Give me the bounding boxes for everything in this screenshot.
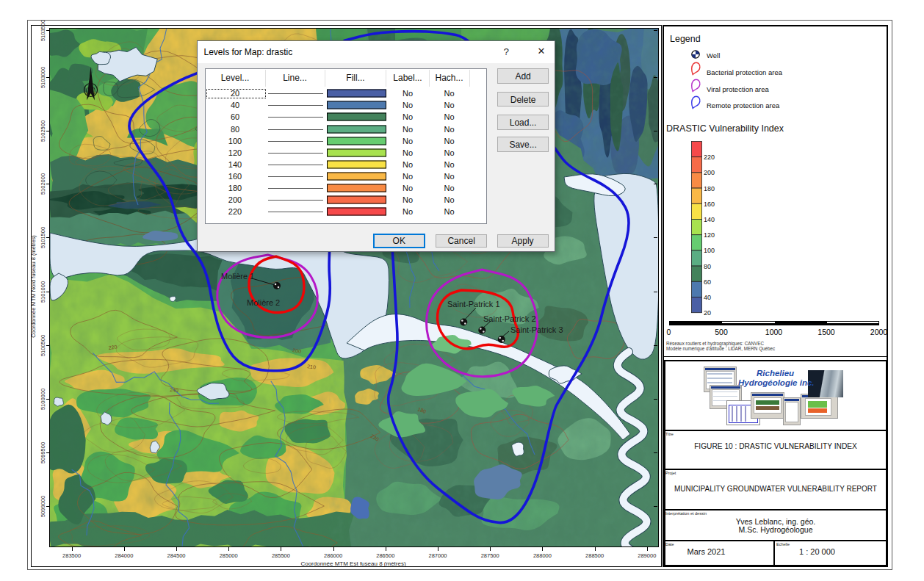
svg-text:Saint-Patrick 1: Saint-Patrick 1 bbox=[447, 300, 500, 308]
svg-text:Saint-Patrick 2: Saint-Patrick 2 bbox=[483, 314, 536, 323]
svg-text:Saint-Patrick 3: Saint-Patrick 3 bbox=[510, 325, 563, 334]
svg-text:Molière 1: Molière 1 bbox=[221, 272, 254, 281]
svg-text:240: 240 bbox=[170, 387, 178, 393]
svg-text:(N): (N) bbox=[86, 87, 96, 95]
svg-text:Molière 2: Molière 2 bbox=[247, 298, 280, 307]
